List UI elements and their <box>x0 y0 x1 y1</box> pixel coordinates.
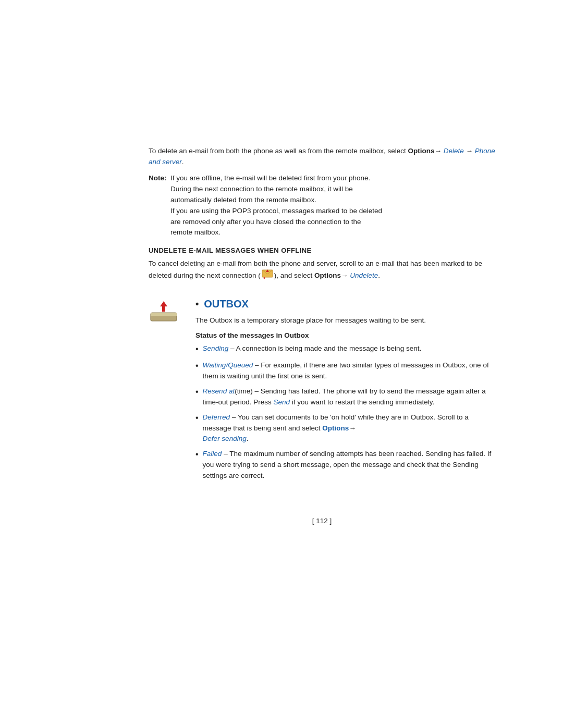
undelete-heading: UNDELETE E-MAIL MESSAGES WHEN OFFLINE <box>149 246 495 254</box>
svg-rect-5 <box>151 313 177 316</box>
note-content: If you are offline, the e-mail will be d… <box>170 173 382 239</box>
undelete-paragraph: To cancel deleting an e-mail from both t… <box>149 258 495 282</box>
page-number: [ 112 ] <box>149 517 495 525</box>
intro-arrow2: → <box>466 147 475 155</box>
outbox-title-text: OUTBOX <box>204 298 249 310</box>
undelete-arrow: → <box>341 272 348 279</box>
undelete-options-label: Options <box>314 272 341 279</box>
undelete-label: Undelete <box>348 272 378 279</box>
status-deferred-arrow: → <box>349 424 356 432</box>
note-line4: If you are using the POP3 protocol, mess… <box>170 207 382 215</box>
status-deferred-defer: Defer sending <box>203 435 247 442</box>
undelete-icon <box>262 269 273 282</box>
outbox-description: The Outbox is a temporary storage place … <box>195 315 495 326</box>
status-deferred: Deferred – You can set documents to be '… <box>195 412 495 445</box>
undelete-text-mid: ), and select <box>274 272 314 279</box>
status-sending-term: Sending <box>203 344 229 352</box>
status-heading: Status of the messages in Outbox <box>195 331 495 339</box>
status-failed-sep: – The maximum number of sending attempts… <box>203 450 492 479</box>
note-line5: are removed only after you have closed t… <box>170 218 361 226</box>
status-resend-content: Resend at(time) – Sending has failed. Th… <box>203 386 495 408</box>
status-resend: Resend at(time) – Sending has failed. Th… <box>195 386 495 408</box>
status-sending: Sending – A connection is being made and… <box>195 343 495 356</box>
status-failed-term: Failed <box>203 450 222 458</box>
note-line6: remote mailbox. <box>170 228 221 236</box>
intro-text-before: To delete an e-mail from both the phone … <box>149 147 408 155</box>
note-block: Note: If you are offline, the e-mail wil… <box>149 173 495 239</box>
status-waiting-term: Waiting/Queued <box>203 361 253 369</box>
status-sending-sep: – A connection is being made and the mes… <box>228 344 421 352</box>
intro-options-label: Options <box>408 147 435 155</box>
intro-delete-label: Delete <box>442 147 466 155</box>
intro-arrow1: → <box>435 147 442 155</box>
note-line1: If you are offline, the e-mail will be d… <box>170 174 370 182</box>
status-deferred-options: Options <box>322 424 349 432</box>
outbox-icon-area <box>149 299 195 321</box>
status-deferred-content: Deferred – You can set documents to be '… <box>203 412 495 445</box>
outbox-bullet: • <box>195 299 199 310</box>
note-line2: During the next connection to the remote… <box>170 185 353 193</box>
outbox-title-row: • OUTBOX <box>195 298 495 310</box>
outbox-tray-icon <box>149 299 178 321</box>
outbox-content: • OUTBOX The Outbox is a temporary stora… <box>195 298 495 486</box>
status-deferred-period: . <box>247 435 249 442</box>
content-area: To delete an e-mail from both the phone … <box>149 0 495 525</box>
status-failed-content: Failed – The maximum number of sending a… <box>203 449 495 482</box>
undelete-period: . <box>378 272 380 279</box>
status-waiting: Waiting/Queued – For example, if there a… <box>195 360 495 382</box>
status-resend-term: Resend at <box>203 387 235 395</box>
note-label: Note: <box>149 173 168 239</box>
status-sending-content: Sending – A connection is being made and… <box>203 343 422 354</box>
status-resend-time: (time) <box>235 387 253 395</box>
status-resend-send: Send <box>273 398 290 406</box>
page: To delete an e-mail from both the phone … <box>0 0 563 728</box>
status-deferred-term: Deferred <box>203 413 230 421</box>
status-resend-after: if you want to restart the sending immed… <box>290 398 434 406</box>
status-failed: Failed – The maximum number of sending a… <box>195 449 495 482</box>
status-waiting-content: Waiting/Queued – For example, if there a… <box>203 360 495 382</box>
status-list: Sending – A connection is being made and… <box>195 343 495 482</box>
note-line3: automatically deleted from the remote ma… <box>170 196 316 204</box>
intro-period: . <box>182 158 184 166</box>
svg-marker-6 <box>160 301 167 312</box>
intro-paragraph: To delete an e-mail from both the phone … <box>149 146 495 168</box>
outbox-section: • OUTBOX The Outbox is a temporary stora… <box>149 298 495 486</box>
